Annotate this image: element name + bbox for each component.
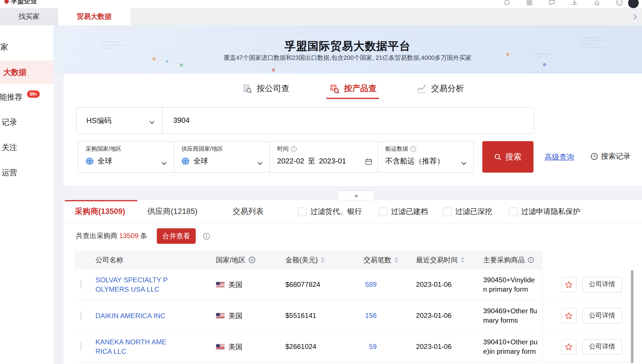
- tab-label: 按产品查: [344, 83, 377, 94]
- download-icon[interactable]: [571, 0, 578, 6]
- hs-code-row: HS编码: [76, 107, 534, 134]
- tab-trade-analysis[interactable]: 交易分析: [416, 79, 464, 97]
- filter-privacy-protection[interactable]: 过滤申请隐私保护: [509, 200, 580, 223]
- search-filters: 采购国家/地区 全球 供应商国家/地区: [78, 141, 474, 173]
- analysis-icon: [416, 83, 427, 94]
- sidebar-item-operations[interactable]: 运营: [0, 163, 53, 181]
- header-amount: 金额(美元): [285, 251, 325, 269]
- product-search-icon: [329, 83, 340, 94]
- table-row: DAIKIN AMERICA INC 美国 $5516141 156 2023-…: [75, 300, 631, 331]
- filter-deep-mined[interactable]: 过滤已深挖: [443, 200, 492, 223]
- transactions-link[interactable]: 59: [343, 343, 377, 351]
- star-icon: [564, 280, 573, 289]
- checkbox[interactable]: [443, 207, 452, 216]
- tab-search-by-company[interactable]: 按公司查: [241, 79, 289, 97]
- filter-forwarders-banks[interactable]: 过滤货代、银行: [298, 200, 362, 223]
- star-icon: [564, 342, 573, 351]
- chat-icon[interactable]: [548, 0, 556, 6]
- history-icon[interactable]: [503, 0, 511, 6]
- amount-cell: $5516141: [285, 312, 316, 320]
- tab-suppliers[interactable]: 供应商(12185): [147, 200, 198, 223]
- hs-code-type-select[interactable]: HS编码: [77, 108, 163, 133]
- sidebar-item-follow[interactable]: 关注: [0, 139, 53, 157]
- sidebar-item-recommend[interactable]: 99+ 能推荐: [0, 88, 53, 106]
- row-checkbox[interactable]: [81, 311, 82, 320]
- advanced-query-link[interactable]: 高级查询: [545, 152, 574, 162]
- company-detail-button[interactable]: 公司详情: [582, 277, 622, 293]
- transactions-link[interactable]: 156: [343, 312, 377, 320]
- sort-transactions[interactable]: [394, 257, 398, 263]
- row-actions: 公司详情: [543, 331, 631, 362]
- merge-view-button[interactable]: 合并查看: [157, 228, 196, 244]
- vertical-scrollbar[interactable]: [631, 270, 633, 363]
- chevron-right-icon[interactable]: [633, 13, 637, 22]
- us-flag-icon: [216, 281, 225, 288]
- favorite-star-button[interactable]: [561, 308, 577, 324]
- transactions-link[interactable]: 589: [343, 281, 377, 289]
- buyer-country-value: 全球: [97, 156, 112, 166]
- table-row: SOLVAY SPECIALTY POLYMERS USA LLC 美国 $68…: [75, 269, 631, 300]
- company-detail-button[interactable]: 公司详情: [582, 308, 622, 324]
- company-link[interactable]: SOLVAY SPECIALTY POLYMERS USA LLC: [96, 275, 169, 294]
- info-icon: [410, 146, 417, 152]
- shipping-label: 船运数据: [385, 145, 408, 153]
- tab-buyers[interactable]: 采购商(13509): [75, 200, 125, 223]
- sidebar-item-home[interactable]: 家: [0, 38, 53, 56]
- supplier-country-select[interactable]: 供应商国家/地区 全球: [174, 141, 270, 173]
- tab-trade-list[interactable]: 交易列表: [233, 200, 264, 223]
- search-button[interactable]: 搜索: [482, 141, 534, 173]
- hero-banner: 孚盟国际贸易大数据平台 覆盖47个国家进口数据和23国出口数据,包含200个国家…: [53, 25, 642, 73]
- star-icon: [564, 311, 573, 320]
- top-bar: ◆孚盟企业 ?: [0, 0, 642, 8]
- user-avatar[interactable]: [628, 0, 639, 8]
- last-date-cell: 2023-01-06: [416, 281, 452, 289]
- favorite-star-button[interactable]: [561, 277, 577, 293]
- last-date-cell: 2023-01-06: [416, 312, 452, 320]
- checkbox[interactable]: [298, 207, 307, 216]
- sort-last-date[interactable]: [461, 257, 465, 263]
- supplier-country-value: 全球: [193, 156, 208, 166]
- shipping-data-select[interactable]: 船运数据 不含船运（推荐）: [377, 141, 474, 173]
- collapse-button[interactable]: [338, 191, 374, 200]
- time-separator: 至: [308, 156, 315, 166]
- time-range-picker[interactable]: 时间 2022-02 至 2023-01: [269, 141, 378, 173]
- tab-search-by-product[interactable]: 按产品查: [329, 79, 377, 97]
- company-search-icon: [241, 83, 253, 94]
- grid-icon[interactable]: [526, 0, 533, 6]
- company-link[interactable]: DAIKIN AMERICA INC: [96, 311, 169, 320]
- search-history-label: 搜索记录: [601, 151, 630, 161]
- header-company: 公司名称: [96, 251, 123, 269]
- summary-row: 共查出采购商13509条 合并查看: [64, 223, 642, 247]
- app-viewport: ◆孚盟企业 ? 找买家 贸易大数据: [0, 0, 642, 364]
- chevron-down-icon: [161, 159, 167, 167]
- row-actions: 公司详情: [543, 269, 631, 300]
- sort-amount[interactable]: [321, 257, 325, 263]
- tab-trade-big-data[interactable]: 贸易大数据: [58, 8, 130, 25]
- chevron-down-icon: [461, 159, 467, 167]
- row-checkbox[interactable]: [81, 342, 82, 351]
- module-tab-bar: 找买家 贸易大数据: [0, 8, 642, 25]
- info-icon[interactable]: [528, 257, 534, 263]
- buyers-table: 公司名称 国家/地区 金额(美元) 交易笔数 最近交易时间: [75, 251, 631, 362]
- country-filter-icon[interactable]: [248, 257, 255, 263]
- tab-label: 按公司查: [257, 83, 290, 94]
- checkbox[interactable]: [509, 207, 517, 216]
- summary-text: 共查出采购商13509条: [76, 231, 147, 240]
- country-cell: 美国: [216, 280, 242, 289]
- row-checkbox[interactable]: [81, 280, 82, 289]
- checkbox[interactable]: [379, 207, 387, 216]
- bell-icon[interactable]: [593, 0, 601, 6]
- products-cell: 390450+Vinylide n primary form: [483, 275, 545, 294]
- favorite-star-button[interactable]: [561, 339, 577, 355]
- info-icon[interactable]: [203, 233, 210, 241]
- search-history-link[interactable]: 搜索记录: [590, 151, 631, 161]
- company-detail-button[interactable]: 公司详情: [582, 339, 622, 355]
- buyer-country-select[interactable]: 采购国家/地区 全球: [78, 141, 174, 173]
- sidebar-item-big-data[interactable]: 大数据: [0, 61, 53, 84]
- help-icon[interactable]: ?: [616, 0, 623, 6]
- tab-find-buyers[interactable]: 找买家: [0, 8, 58, 25]
- company-link[interactable]: KANEKA NORTH AMERICA LLC: [96, 337, 169, 356]
- hs-code-input[interactable]: [162, 108, 534, 133]
- filter-archived[interactable]: 过滤已建档: [379, 200, 428, 223]
- sidebar-item-records[interactable]: 记录: [0, 113, 53, 131]
